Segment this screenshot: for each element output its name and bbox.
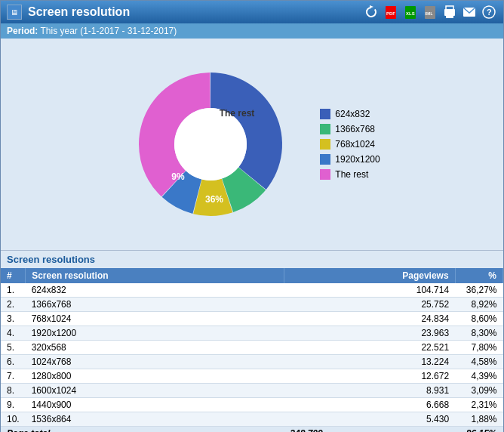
cell-pageviews: 25.752 [284, 298, 455, 312]
chart-area: 36% 9% 9% 8% The rest 624x832 1366x768 [1, 39, 503, 250]
period-bar: Period: This year (1-1-2017 - 31-12-2017… [1, 23, 503, 39]
svg-text:?: ? [487, 8, 492, 17]
legend-label-2: 1366x768 [335, 124, 375, 134]
refresh-button[interactable] [363, 4, 380, 20]
svg-text:XLS: XLS [406, 11, 415, 16]
svg-rect-9 [446, 14, 453, 18]
cell-percent: 4,58% [455, 355, 502, 369]
svg-text:9%: 9% [177, 149, 190, 159]
legend-item-4: 1920x1200 [320, 154, 380, 165]
cell-num: 2. [1, 298, 26, 312]
period-value: This year (1-1-2017 - 31-12-2017) [40, 26, 177, 36]
table-section: Screen resolutions # Screen resolution P… [1, 250, 503, 432]
cell-num: 10. [1, 412, 26, 427]
cell-num: 9. [1, 398, 26, 412]
help-button[interactable]: ? [481, 4, 497, 20]
cell-percent: 4,39% [455, 369, 502, 384]
cell-resolution: 1536x864 [26, 412, 284, 427]
cell-pageviews: 8.931 [284, 384, 455, 398]
svg-text:9%: 9% [172, 171, 186, 182]
cell-resolution: 768x1024 [26, 312, 284, 326]
window-title: Screen resolution [28, 5, 357, 19]
cell-num: 7. [1, 369, 26, 384]
svg-text:36%: 36% [205, 194, 223, 205]
export-xls-button[interactable]: XLS [402, 4, 419, 20]
legend-item-5: The rest [320, 169, 380, 180]
cell-resolution: 624x832 [26, 283, 284, 298]
legend-color-2 [320, 124, 330, 134]
cell-percent: 8,30% [455, 326, 502, 341]
legend-color-1 [320, 109, 330, 119]
col-num: # [1, 268, 26, 283]
legend-color-4 [320, 154, 330, 165]
cell-percent: 3,09% [455, 384, 502, 398]
table-row: 2. 1366x768 25.752 8,92% [1, 298, 503, 312]
cell-pageviews: 22.521 [284, 341, 455, 355]
cell-resolution: 1366x768 [26, 298, 284, 312]
cell-percent: 8,92% [455, 298, 502, 312]
cell-percent: 1,88% [455, 412, 502, 427]
legend-item-1: 624x832 [320, 109, 380, 119]
legend-item-3: 768x1024 [320, 139, 380, 150]
table-row: 8. 1600x1024 8.931 3,09% [1, 384, 503, 398]
legend-label-5: The rest [335, 169, 368, 180]
page-total-row: Page total 248.709 86,15% [1, 427, 503, 433]
svg-marker-0 [370, 5, 373, 8]
table-row: 10. 1536x864 5.430 1,88% [1, 412, 503, 427]
table-row: 3. 768x1024 24.834 8,60% [1, 312, 503, 326]
legend-color-5 [320, 169, 330, 180]
cell-percent: 7,80% [455, 341, 502, 355]
cell-num: 6. [1, 355, 26, 369]
svg-point-13 [174, 108, 247, 181]
donut-svg: 36% 9% 9% 8% The rest [124, 57, 297, 231]
col-pageviews: Pageviews [284, 268, 455, 283]
page-total-label: Page total [1, 427, 284, 433]
table-row: 7. 1280x800 12.672 4,39% [1, 369, 503, 384]
page-total-percent: 86,15% [455, 427, 502, 433]
legend-label-4: 1920x1200 [335, 154, 380, 165]
legend-color-3 [320, 139, 330, 150]
table-section-title: Screen resolutions [1, 250, 503, 268]
table-row: 1. 624x832 104.714 36,27% [1, 283, 503, 298]
cell-pageviews: 12.672 [284, 369, 455, 384]
email-button[interactable] [461, 4, 478, 20]
cell-pageviews: 13.224 [284, 355, 455, 369]
table-row: 4. 1920x1200 23.963 8,30% [1, 326, 503, 341]
export-xml-button[interactable]: XML [422, 4, 438, 20]
print-button[interactable] [441, 4, 458, 20]
export-pdf-button[interactable]: PDF [383, 4, 399, 20]
cell-num: 1. [1, 283, 26, 298]
svg-text:8%: 8% [184, 131, 198, 141]
cell-resolution: 1280x800 [26, 369, 284, 384]
cell-resolution: 1600x1024 [26, 384, 284, 398]
svg-text:The rest: The rest [220, 108, 255, 119]
cell-percent: 2,31% [455, 398, 502, 412]
cell-pageviews: 104.714 [284, 283, 455, 298]
svg-text:PDF: PDF [386, 11, 395, 16]
table-header-row: # Screen resolution Pageviews % [1, 268, 503, 283]
chart-container: 36% 9% 9% 8% The rest 624x832 1366x768 [124, 57, 380, 231]
cell-pageviews: 5.430 [284, 412, 455, 427]
cell-pageviews: 24.834 [284, 312, 455, 326]
table-row: 6. 1024x768 13.224 4,58% [1, 355, 503, 369]
period-label: Period: [7, 26, 38, 36]
donut-chart: 36% 9% 9% 8% The rest [124, 57, 297, 231]
cell-percent: 36,27% [455, 283, 502, 298]
cell-pageviews: 23.963 [284, 326, 455, 341]
legend-label-3: 768x1024 [335, 139, 375, 150]
cell-resolution: 1920x1200 [26, 326, 284, 341]
data-table: # Screen resolution Pageviews % 1. 624x8… [1, 268, 503, 432]
page-total-pageviews: 248.709 [284, 427, 455, 433]
svg-text:XML: XML [425, 11, 433, 16]
cell-resolution: 1440x900 [26, 398, 284, 412]
cell-num: 5. [1, 341, 26, 355]
col-percent: % [455, 268, 502, 283]
title-bar: 🖥 Screen resolution PDF XLS XML ? [1, 1, 503, 23]
cell-num: 3. [1, 312, 26, 326]
window-icon: 🖥 [7, 5, 22, 20]
table-row: 5. 320x568 22.521 7,80% [1, 341, 503, 355]
cell-resolution: 320x568 [26, 341, 284, 355]
cell-num: 4. [1, 326, 26, 341]
legend-item-2: 1366x768 [320, 124, 380, 134]
toolbar: PDF XLS XML ? [363, 4, 497, 20]
